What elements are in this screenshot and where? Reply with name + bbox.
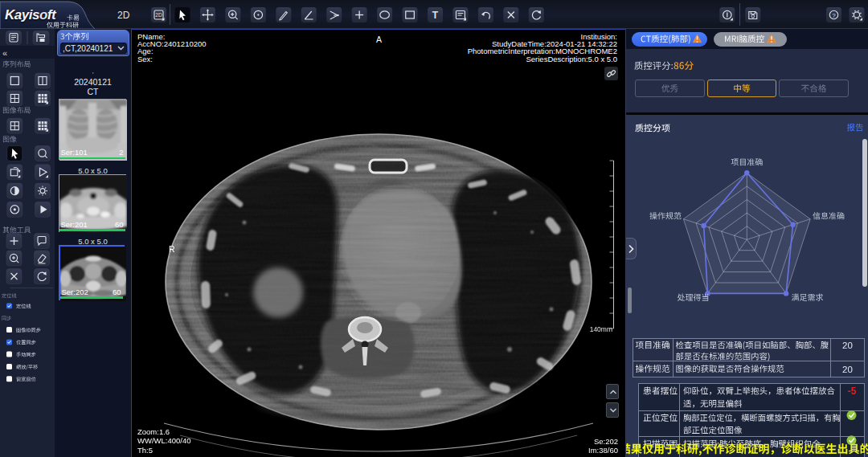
svg-text:20: 20 [842,341,853,350]
svg-text:20: 20 [842,365,853,374]
svg-text:-5: -5 [848,386,857,397]
svg-text:?: ? [832,12,836,19]
svg-text:T: T [432,10,439,21]
svg-text:«: « [2,48,7,58]
svg-text:2D: 2D [155,12,162,18]
